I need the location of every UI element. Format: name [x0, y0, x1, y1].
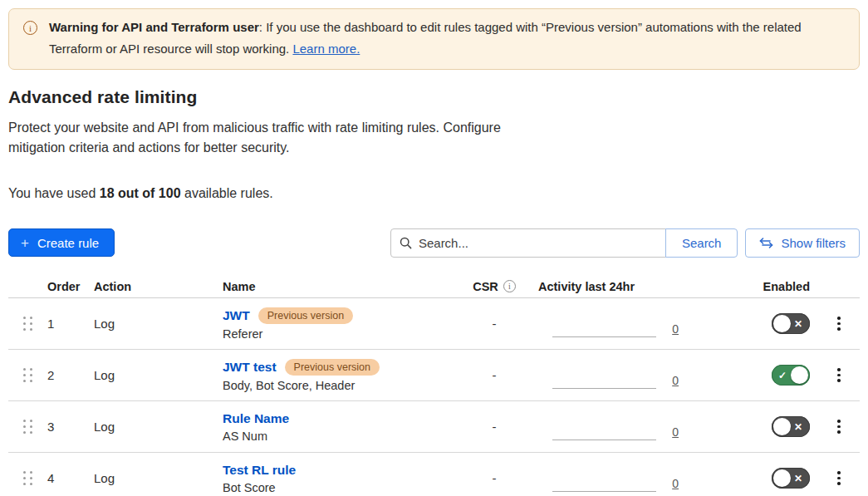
search-input[interactable] — [419, 236, 657, 250]
toggle-knob — [773, 469, 791, 487]
toggle-knob — [773, 315, 791, 332]
rule-action: Log — [94, 453, 223, 496]
kebab-menu-button[interactable] — [832, 415, 846, 439]
rule-name-link[interactable]: JWT — [223, 308, 250, 323]
kebab-menu-button[interactable] — [832, 363, 846, 387]
drag-handle-icon[interactable] — [20, 365, 36, 386]
rule-order: 4 — [47, 453, 94, 496]
enabled-toggle[interactable]: ✓ ✕ — [772, 416, 810, 437]
toolbar: + Create rule Search Show filters — [8, 228, 860, 258]
table-row: 3 Log Rule Name AS Num - 0 ✓ ✕ — [8, 401, 860, 453]
page-title: Advanced rate limiting — [8, 87, 860, 107]
rule-action: Log — [94, 350, 223, 400]
kebab-menu-button[interactable] — [832, 466, 846, 490]
x-icon: ✕ — [794, 468, 802, 489]
usage-suffix: available rules. — [184, 186, 273, 200]
create-rule-label: Create rule — [37, 236, 99, 250]
table-row: 1 Log JWT Previous version Referer - 0 ✓… — [8, 298, 860, 350]
search-button[interactable]: Search — [665, 228, 738, 258]
rule-criteria: Bot Score — [223, 481, 276, 494]
column-header-enabled: Enabled — [689, 280, 818, 293]
column-header-activity: Activity last 24hr — [523, 280, 689, 293]
table-body: 1 Log JWT Previous version Referer - 0 ✓… — [8, 298, 860, 496]
rule-csr-value: - — [465, 298, 523, 349]
toggle-knob — [791, 366, 808, 384]
search-box — [390, 228, 666, 258]
kebab-menu-button[interactable] — [832, 312, 846, 336]
warning-info-icon: i — [23, 21, 37, 35]
search-group: Search Show filters — [390, 228, 860, 258]
csr-info-icon[interactable]: i — [503, 280, 516, 292]
x-icon: ✕ — [794, 416, 802, 437]
x-icon: ✕ — [794, 313, 802, 334]
drag-handle-icon[interactable] — [20, 468, 36, 489]
activity-count-link[interactable]: 0 — [672, 375, 679, 386]
activity-count-link[interactable]: 0 — [672, 478, 679, 489]
rule-csr-value: - — [465, 453, 523, 496]
rule-name-link[interactable]: Test RL rule — [223, 463, 296, 478]
plus-icon: + — [21, 236, 29, 250]
check-icon: ✓ — [778, 365, 787, 386]
rule-criteria: Body, Bot Score, Header — [223, 379, 355, 392]
activity-count-link[interactable]: 0 — [672, 323, 679, 335]
create-rule-button[interactable]: + Create rule — [8, 228, 115, 257]
drag-handle-icon[interactable] — [20, 416, 36, 437]
table-row: 2 Log JWT test Previous version Body, Bo… — [8, 350, 860, 401]
rule-csr-value: - — [465, 350, 523, 400]
rule-name-link[interactable]: Rule Name — [223, 411, 289, 426]
rule-order: 3 — [47, 401, 94, 452]
column-header-order: Order — [47, 280, 94, 293]
toggle-knob — [773, 418, 791, 435]
page-description: Protect your website and API from malici… — [8, 118, 530, 158]
usage-summary: You have used 18 out of 100 available ru… — [8, 186, 860, 201]
activity-count-link[interactable]: 0 — [672, 426, 679, 438]
rules-table: Order Action Name CSR i Activity last 24… — [8, 275, 860, 496]
column-header-action: Action — [94, 280, 223, 293]
column-header-name: Name — [223, 280, 465, 293]
usage-prefix: You have used — [8, 186, 96, 200]
table-row: 4 Log Test RL rule Bot Score - 0 ✓ ✕ — [8, 453, 860, 496]
rule-action: Log — [94, 298, 223, 349]
warning-banner: i Warning for API and Terraform user: If… — [8, 8, 860, 70]
rule-criteria: AS Num — [223, 430, 267, 443]
activity-sparkline — [552, 388, 656, 389]
enabled-toggle[interactable]: ✓ ✕ — [772, 313, 810, 334]
swap-arrows-icon — [759, 238, 773, 248]
rule-order: 2 — [47, 350, 94, 400]
csr-header-label: CSR — [473, 280, 498, 293]
column-header-csr: CSR i — [465, 280, 523, 293]
rule-csr-value: - — [465, 401, 523, 452]
show-filters-button[interactable]: Show filters — [745, 228, 860, 258]
enabled-toggle[interactable]: ✓ ✕ — [772, 468, 810, 489]
activity-sparkline — [552, 336, 656, 337]
previous-version-badge: Previous version — [258, 307, 353, 324]
rule-name-link[interactable]: JWT test — [223, 360, 277, 375]
activity-sparkline — [552, 440, 656, 440]
drag-handle-icon[interactable] — [20, 313, 36, 334]
show-filters-label: Show filters — [781, 236, 846, 250]
usage-count: 18 out of 100 — [100, 186, 181, 200]
banner-title: Warning for API and Terraform user — [49, 20, 259, 34]
learn-more-link[interactable]: Learn more. — [292, 42, 360, 56]
rule-action: Log — [94, 401, 223, 452]
rule-order: 1 — [47, 298, 94, 349]
enabled-toggle[interactable]: ✓ ✕ — [772, 365, 810, 386]
search-button-label: Search — [682, 236, 722, 250]
previous-version-badge: Previous version — [285, 359, 380, 376]
table-header-row: Order Action Name CSR i Activity last 24… — [8, 275, 860, 298]
activity-sparkline — [552, 491, 656, 492]
search-icon — [400, 237, 412, 249]
rule-criteria: Referer — [223, 327, 262, 341]
